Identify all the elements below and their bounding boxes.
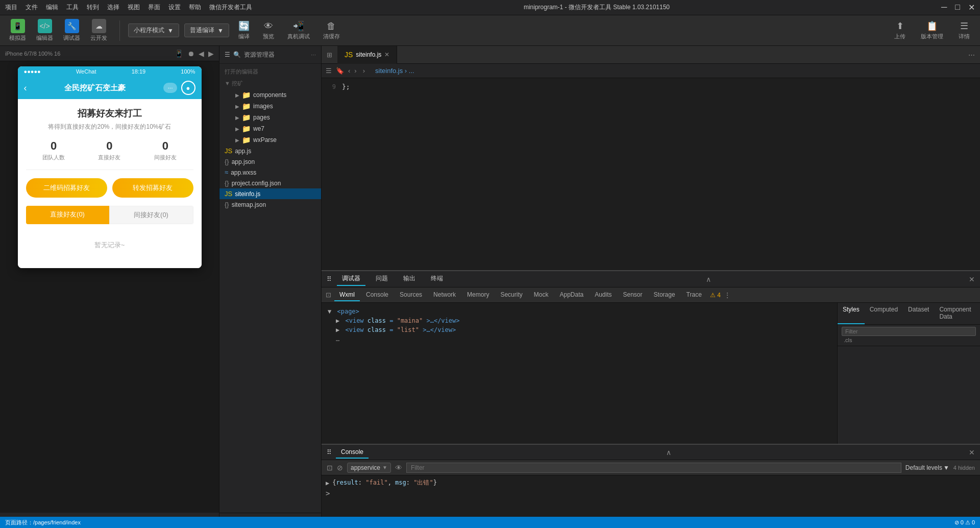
styles-tab-dataset[interactable]: Dataset (903, 303, 934, 324)
mine-section[interactable]: ▼ 挖矿 (219, 78, 321, 89)
file-appwxss[interactable]: ≈ app.wxss (219, 167, 321, 178)
devtool-title-tab-output[interactable]: 输出 (398, 272, 421, 286)
realtest-button[interactable]: 📲 真机调试 (283, 18, 314, 42)
folder-arrow[interactable]: ▶ (235, 115, 239, 121)
breadcrumb-forward-icon[interactable]: › (354, 67, 356, 75)
breadcrumb-back-icon[interactable]: ‹ (348, 67, 350, 75)
menu-file[interactable]: 文件 (26, 3, 38, 12)
console-eye-icon[interactable]: 👁 (395, 464, 402, 472)
devtab-expand[interactable]: ⊡ (326, 291, 331, 299)
phone-ctrl-2[interactable]: ⏺ (187, 50, 194, 58)
tab-close-button[interactable]: ✕ (384, 51, 389, 58)
editor-overflow-icon[interactable]: ⋯ (963, 51, 980, 59)
expand-triangle-3[interactable]: ▶ (336, 326, 339, 333)
folder-components[interactable]: ▶ 📁 components (219, 89, 321, 101)
menu-goto[interactable]: 转到 (87, 3, 99, 12)
folder-we7[interactable]: ▶ 📁 we7 (219, 123, 321, 134)
console-levels-select[interactable]: Default levels ▼ (905, 464, 949, 471)
console-filter-input[interactable] (406, 463, 901, 473)
folder-arrow[interactable]: ▶ (235, 126, 239, 132)
upload-button[interactable]: ⬆ 上传 (889, 18, 911, 42)
devtab-sources[interactable]: Sources (395, 289, 427, 301)
file-menu-dots[interactable]: ··· (311, 51, 316, 58)
expand-triangle-2[interactable]: ▶ (336, 317, 339, 324)
win-close[interactable]: ✕ (968, 3, 975, 12)
devtab-audits[interactable]: Audits (590, 289, 617, 301)
version-button[interactable]: 📋 版本管理 (916, 18, 948, 42)
mode-select[interactable]: 小程序模式 ▼ (128, 23, 179, 37)
folder-arrow[interactable]: ▶ (235, 104, 239, 109)
menu-view[interactable]: 视图 (128, 3, 140, 12)
file-sitemapjson[interactable]: {} sitemap.json (219, 199, 321, 210)
console-close-button[interactable]: ✕ (969, 448, 975, 457)
preview-button[interactable]: 👁 预览 (259, 19, 278, 42)
search-icon[interactable]: 🔍 (233, 51, 241, 58)
devtool-title-tab-issues[interactable]: 问题 (371, 272, 393, 286)
phone-ctrl-1[interactable]: 📱 (175, 50, 183, 58)
console-prompt-symbol[interactable]: > (326, 489, 330, 497)
menu-settings[interactable]: 设置 (168, 3, 181, 12)
compile-select[interactable]: 普通编译 ▼ (184, 23, 229, 37)
back-button[interactable]: ‹ (24, 83, 27, 93)
phone-controls[interactable]: 📱 ⏺ ◀ ▶ (175, 50, 214, 58)
wxml-line-page[interactable]: ▼ <page> (326, 307, 833, 316)
debugger-button[interactable]: 🔧 调试器 (59, 17, 84, 44)
win-minimize[interactable]: ─ (941, 3, 947, 12)
menu-select[interactable]: 选择 (107, 3, 119, 12)
devtab-appdata[interactable]: AppData (554, 289, 589, 301)
folder-pages[interactable]: ▶ 📁 pages (219, 112, 321, 123)
phone-ctrl-3[interactable]: ◀ (199, 50, 204, 58)
file-appjson[interactable]: {} app.json (219, 156, 321, 167)
styles-filter-input[interactable] (842, 327, 976, 336)
folder-arrow[interactable]: ▶ (235, 92, 239, 98)
menu-edit[interactable]: 编辑 (46, 3, 58, 12)
styles-tab-componentdata[interactable]: Component Data (934, 303, 980, 324)
folder-wxparse[interactable]: ▶ 📁 wxParse (219, 134, 321, 146)
devtab-console[interactable]: Console (361, 289, 394, 301)
phone-ctrl-4[interactable]: ▶ (208, 50, 214, 58)
menu-interface[interactable]: 界面 (148, 3, 160, 12)
editor-button[interactable]: </> 编辑器 (32, 17, 57, 44)
console-title[interactable]: Console (336, 446, 369, 459)
share-recruit-button[interactable]: 转发招募好友 (112, 178, 193, 198)
console-chevron-up[interactable]: ∧ (666, 448, 671, 457)
devtool-title-tab-terminal[interactable]: 终端 (426, 272, 448, 286)
expand-triangle[interactable]: ▼ (328, 308, 331, 315)
menu-project[interactable]: 项目 (5, 3, 17, 12)
clearcache-button[interactable]: 🗑 清缓存 (319, 19, 344, 42)
devtab-trace[interactable]: Trace (681, 289, 707, 301)
detail-button[interactable]: ☰ 详情 (953, 18, 975, 42)
folder-arrow[interactable]: ▶ (235, 137, 239, 143)
window-controls[interactable]: ─ □ ✕ (941, 3, 975, 12)
direct-friends-tab[interactable]: 直接好友(0) (26, 206, 109, 224)
record-button[interactable]: ● (181, 81, 195, 95)
file-projectjson[interactable]: {} project.config.json (219, 178, 321, 188)
win-maximize[interactable]: □ (955, 3, 960, 12)
styles-tab-styles[interactable]: Styles (838, 303, 865, 324)
devtab-storage[interactable]: Storage (649, 289, 680, 301)
file-siteinfo[interactable]: JS siteinfo.js (219, 188, 321, 199)
devtab-mock[interactable]: Mock (529, 289, 554, 301)
devtab-more-icon[interactable]: ⋮ (724, 291, 731, 299)
menu-bar[interactable]: 项目 文件 编辑 工具 转到 选择 视图 界面 设置 帮助 微信开发者工具 (5, 3, 252, 12)
devtab-sensor[interactable]: Sensor (618, 289, 648, 301)
wxml-line-ellipsis[interactable]: … (326, 334, 833, 344)
qr-recruit-button[interactable]: 二维码招募好友 (26, 178, 107, 198)
devtools-chevron-up[interactable]: ∧ (706, 275, 711, 283)
menu-tools[interactable]: 工具 (66, 3, 79, 12)
indirect-friends-tab[interactable]: 间接好友(0) (109, 206, 193, 224)
wxml-line-maina[interactable]: ▶ <view class = "maina" >…</view> (326, 316, 833, 325)
file-appjs[interactable]: JS app.js (219, 146, 321, 156)
devtab-memory[interactable]: Memory (462, 289, 494, 301)
devtab-network[interactable]: Network (428, 289, 461, 301)
console-expand-arrow[interactable]: ▶ (326, 479, 329, 487)
devtab-security[interactable]: Security (495, 289, 527, 301)
dots-button[interactable]: ··· (163, 83, 177, 93)
compile-button[interactable]: 🔄 编译 (234, 18, 254, 42)
wxml-line-list[interactable]: ▶ <view class = "list" >…</view> (326, 325, 833, 334)
tab-siteinfo[interactable]: JS siteinfo.js ✕ (337, 46, 397, 64)
devtab-wxml[interactable]: Wxml (334, 289, 360, 301)
styles-tab-computed[interactable]: Computed (865, 303, 903, 324)
folder-images[interactable]: ▶ 📁 images (219, 101, 321, 112)
simulator-button[interactable]: 📱 模拟器 (5, 17, 30, 44)
